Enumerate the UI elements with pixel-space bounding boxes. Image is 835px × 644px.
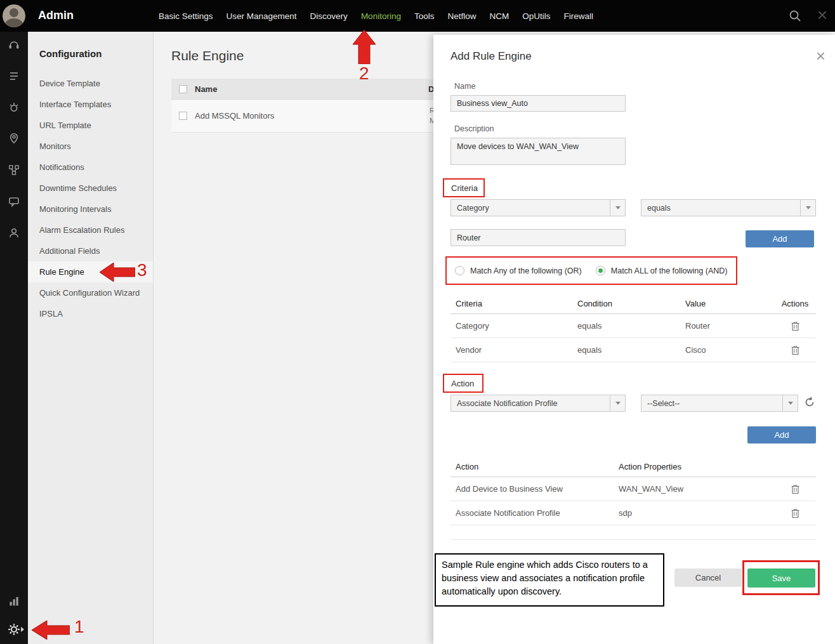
action-row: Associate Notification Profile sdp	[450, 501, 816, 525]
match-any-label: Match Any of the following (OR)	[470, 266, 582, 275]
chevron-down-icon	[610, 200, 625, 216]
criteria-add-button[interactable]: Add	[746, 230, 814, 247]
gear-flyout-arrow-icon	[21, 627, 24, 632]
sidebar-item-additional-fields[interactable]: Additional Fields	[28, 240, 153, 261]
description-input[interactable]: Move devices to WAN_WAN_View	[450, 138, 626, 165]
sidebar-title: Configuration	[28, 32, 153, 73]
panel-title: Add Rule Engine	[450, 50, 532, 63]
sidebar-item-downtime-schedules[interactable]: Downtime Schedules	[28, 178, 153, 199]
chevron-down-icon	[800, 200, 815, 216]
panel-close-icon[interactable]: ×	[816, 46, 825, 66]
annotation-step-3: 3	[137, 260, 147, 280]
criteria-row: Vendor equals Cisco	[450, 338, 816, 362]
action-add-button[interactable]: Add	[747, 426, 816, 444]
nav-oputils[interactable]: OpUtils	[522, 11, 550, 21]
app-title: Admin	[38, 9, 74, 22]
nav-basic-settings[interactable]: Basic Settings	[159, 11, 213, 21]
match-type-radio-group: Match Any of the following (OR) Match AL…	[445, 256, 737, 285]
sidebar-item-monitors[interactable]: Monitors	[28, 136, 153, 157]
close-icon[interactable]: ×	[817, 5, 827, 25]
chevron-down-icon	[782, 395, 798, 411]
page-title: Rule Engine	[171, 48, 244, 63]
nav-netflow[interactable]: Netflow	[447, 11, 476, 21]
cancel-button[interactable]: Cancel	[674, 568, 742, 587]
chevron-down-icon	[610, 395, 625, 411]
configuration-sidebar: Configuration Device Template Interface …	[28, 32, 154, 644]
save-button[interactable]: Save	[747, 568, 815, 588]
nav-ncm[interactable]: NCM	[489, 11, 509, 21]
user-avatar[interactable]	[0, 0, 28, 32]
action-value-dropdown[interactable]: --Select--	[641, 395, 798, 412]
sidebar-item-monitoring-intervals[interactable]: Monitoring Intervals	[28, 199, 153, 220]
annotation-arrow-left-rule-engine	[100, 263, 135, 282]
delete-criteria-icon[interactable]	[789, 320, 801, 332]
action-table: Action Action Properties Add Device to B…	[450, 456, 816, 525]
criteria-field-dropdown[interactable]: Category	[450, 199, 626, 216]
nav-user-management[interactable]: User Management	[227, 11, 297, 21]
criteria-row: Category equals Router	[450, 314, 816, 338]
delete-action-icon[interactable]	[789, 508, 801, 519]
description-label: Description	[454, 124, 494, 133]
action-table-header: Action Action Properties	[450, 456, 816, 477]
annotation-step-1: 1	[74, 617, 84, 637]
action-row: Add Device to Business View WAN_WAN_View	[450, 477, 816, 501]
topology-icon[interactable]	[0, 157, 28, 183]
action-type-dropdown[interactable]: Associate Notification Profile	[450, 395, 626, 412]
row-checkbox[interactable]	[179, 112, 187, 120]
name-column-header: Name	[195, 84, 217, 94]
delete-criteria-icon[interactable]	[789, 345, 801, 356]
criteria-condition-dropdown[interactable]: equals	[641, 199, 816, 216]
sidebar-item-ipsla[interactable]: IPSLA	[28, 303, 153, 324]
inventory-list-icon[interactable]	[0, 63, 28, 89]
match-all-label: Match ALL of the following (AND)	[611, 266, 728, 275]
add-rule-engine-panel: Add Rule Engine × Name Business view_Aut…	[433, 35, 835, 644]
name-input[interactable]: Business view_Auto	[450, 95, 626, 112]
criteria-value-input[interactable]: Router	[450, 229, 626, 246]
sidebar-item-quick-configuration-wizard[interactable]: Quick Configuration Wizard	[28, 282, 153, 303]
match-any-radio[interactable]	[455, 266, 464, 275]
refresh-icon[interactable]	[803, 396, 817, 410]
annotation-step-2: 2	[359, 63, 369, 84]
nav-tools[interactable]: Tools	[414, 11, 435, 21]
chat-icon[interactable]	[0, 189, 28, 214]
criteria-section-label: Criteria	[443, 178, 485, 197]
sidebar-item-interface-templates[interactable]: Interface Templates	[28, 94, 153, 115]
action-section-label: Action	[443, 374, 483, 393]
icon-rail	[0, 32, 28, 644]
annotation-arrow-up-monitoring	[353, 30, 376, 64]
name-label: Name	[454, 82, 475, 91]
search-icon[interactable]	[788, 9, 802, 23]
annotation-note: Sample Rule engine which adds Cisco rout…	[435, 553, 664, 607]
match-all-radio[interactable]	[596, 266, 605, 275]
support-headset-icon[interactable]	[0, 32, 28, 57]
nav-monitoring[interactable]: Monitoring	[361, 11, 401, 21]
alarm-icon[interactable]	[0, 95, 28, 120]
criteria-table-header: Criteria Condition Value Actions	[450, 293, 816, 314]
sidebar-item-alarm-escalation-rules[interactable]: Alarm Escalation Rules	[28, 220, 153, 240]
sidebar-item-notifications[interactable]: Notifications	[28, 157, 153, 178]
rule-name: Add MSSQL Monitors	[195, 111, 274, 121]
sidebar-item-url-template[interactable]: URL Template	[28, 115, 153, 136]
avatar-image	[3, 4, 25, 27]
topbar: Admin Basic Settings User Management Dis…	[0, 0, 835, 32]
reports-chart-icon[interactable]	[0, 589, 28, 614]
divider	[450, 539, 816, 540]
nav-firewall[interactable]: Firewall	[563, 11, 593, 21]
select-all-checkbox[interactable]	[179, 85, 187, 93]
user-icon[interactable]	[0, 220, 28, 246]
annotation-arrow-left-settings	[32, 621, 70, 640]
top-navigation: Basic Settings User Management Discovery…	[159, 0, 593, 32]
delete-action-icon[interactable]	[789, 483, 801, 495]
criteria-table: Criteria Condition Value Actions Categor…	[450, 293, 816, 362]
nav-discovery[interactable]: Discovery	[310, 11, 348, 21]
sidebar-item-device-template[interactable]: Device Template	[28, 73, 153, 94]
maps-pin-icon[interactable]	[0, 126, 28, 151]
